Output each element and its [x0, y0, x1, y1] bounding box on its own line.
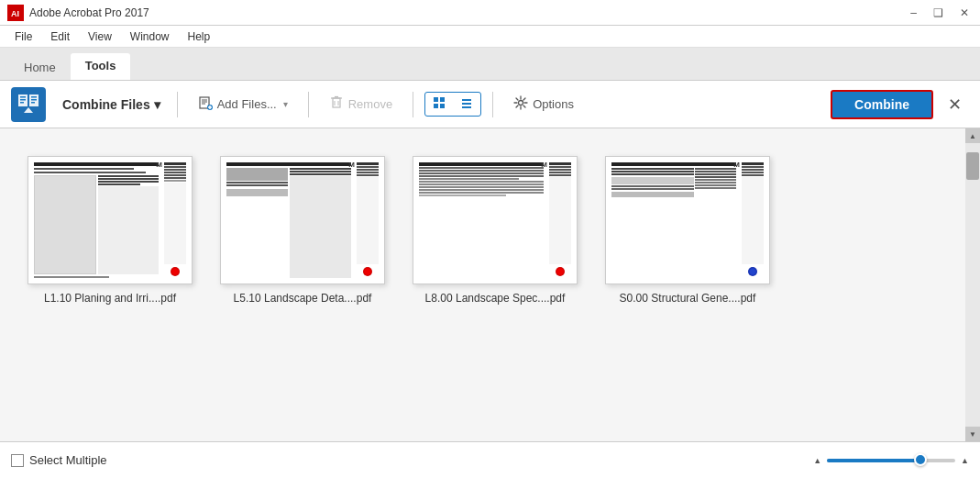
svg-rect-25 — [434, 104, 438, 108]
svg-point-30 — [519, 101, 523, 106]
file-name: L1.10 Planing and Irri....pdf — [44, 292, 176, 305]
bottom-bar: Select Multiple ▲ ▲ — [0, 441, 980, 478]
file-name: S0.00 Structural Gene....pdf — [620, 292, 756, 305]
zoom-in-icon[interactable]: ▲ — [961, 456, 969, 465]
toolbar-close-button[interactable]: ✕ — [941, 91, 969, 118]
view-toggle — [424, 92, 481, 117]
combine-files-arrow: ▾ — [154, 97, 160, 112]
zoom-slider-track — [827, 459, 917, 462]
menu-window[interactable]: Window — [123, 28, 177, 45]
svg-rect-6 — [20, 99, 26, 101]
combine-button[interactable]: Combine — [831, 90, 933, 119]
add-files-arrow: ▾ — [283, 99, 288, 109]
scroll-up-arrow[interactable]: ▲ — [965, 128, 980, 143]
file-name: L5.10 Landscape Deta....pdf — [234, 292, 372, 305]
file-thumbnail: M — [605, 156, 770, 284]
remove-icon — [329, 95, 344, 114]
zoom-out-icon[interactable]: ▲ — [813, 456, 821, 465]
options-button[interactable]: Options — [504, 91, 583, 117]
svg-rect-24 — [440, 97, 445, 102]
svg-rect-26 — [440, 104, 445, 108]
svg-text:AI: AI — [11, 9, 19, 18]
window-close-button[interactable]: ✕ — [956, 5, 973, 21]
scroll-thumb[interactable] — [966, 152, 979, 180]
menu-bar: File Edit View Window Help — [0, 26, 980, 48]
menu-view[interactable]: View — [81, 28, 119, 45]
svg-rect-7 — [20, 102, 24, 104]
toolbar-divider-1 — [177, 92, 178, 117]
combine-files-dropdown[interactable]: Combine Files ▾ — [57, 94, 166, 116]
tab-tools[interactable]: Tools — [71, 53, 131, 80]
file-name: L8.00 Landscape Spec....pdf — [425, 292, 566, 305]
minimize-button[interactable]: – — [907, 5, 920, 21]
remove-label: Remove — [348, 97, 392, 111]
toolbar-divider-4 — [492, 92, 493, 117]
menu-help[interactable]: Help — [181, 28, 218, 45]
file-list: M L1.10 Planing and Irri....pdf — [0, 128, 965, 441]
file-card[interactable]: M S0.00 Structural Gene....pdf — [605, 156, 770, 305]
menu-file[interactable]: File — [7, 28, 39, 45]
zoom-slider[interactable] — [827, 459, 955, 462]
title-bar-controls: – ❑ ✕ — [907, 5, 973, 21]
svg-rect-5 — [20, 96, 26, 98]
combine-tool-icon — [11, 87, 46, 122]
add-files-button[interactable]: Add Files... ▾ — [189, 91, 297, 118]
app-title: Adobe Acrobat Pro 2017 — [29, 6, 149, 19]
grid-view-button[interactable] — [425, 93, 453, 116]
toolbar-divider-3 — [413, 92, 413, 117]
vertical-scrollbar[interactable]: ▲ ▼ — [965, 128, 980, 441]
title-bar: AI Adobe Acrobat Pro 2017 – ❑ ✕ — [0, 0, 980, 26]
svg-rect-8 — [31, 96, 37, 98]
menu-edit[interactable]: Edit — [43, 28, 77, 45]
title-bar-left: AI Adobe Acrobat Pro 2017 — [7, 5, 149, 21]
toolbar-divider-2 — [308, 92, 309, 117]
file-card[interactable]: M L8.00 Landscape Spec....pdf — [413, 156, 578, 305]
svg-rect-9 — [31, 99, 37, 101]
file-thumbnail: M — [220, 156, 385, 284]
select-multiple-checkbox[interactable] — [11, 454, 24, 467]
add-files-icon — [198, 95, 213, 114]
tab-home[interactable]: Home — [9, 55, 71, 80]
remove-button[interactable]: Remove — [320, 91, 402, 118]
content-area: M L1.10 Planing and Irri....pdf — [0, 128, 980, 441]
scroll-down-arrow[interactable]: ▼ — [965, 427, 980, 441]
zoom-slider-thumb[interactable] — [914, 453, 927, 466]
file-thumbnail: M — [413, 156, 578, 284]
acrobat-logo: AI — [7, 5, 24, 21]
svg-marker-4 — [24, 107, 33, 113]
svg-rect-18 — [333, 98, 340, 107]
select-multiple-control[interactable]: Select Multiple — [11, 453, 107, 467]
file-card[interactable]: M L5.10 Landscape Deta....pdf — [220, 156, 385, 305]
options-label: Options — [533, 97, 574, 111]
select-multiple-label: Select Multiple — [29, 453, 107, 467]
options-icon — [513, 95, 528, 113]
tab-bar: Home Tools — [0, 48, 980, 81]
toolbar: Combine Files ▾ Add Files... ▾ — [0, 81, 980, 128]
svg-rect-10 — [31, 102, 35, 104]
combine-files-label: Combine Files — [62, 97, 150, 112]
add-files-label: Add Files... — [217, 97, 277, 111]
restore-button[interactable]: ❑ — [930, 5, 947, 21]
file-thumbnail: M — [28, 156, 193, 284]
list-view-button[interactable] — [453, 93, 480, 116]
zoom-bar: ▲ ▲ — [813, 456, 969, 465]
file-card[interactable]: M L1.10 Planing and Irri....pdf — [28, 156, 193, 305]
svg-rect-23 — [434, 97, 438, 102]
scroll-track[interactable] — [965, 143, 980, 427]
